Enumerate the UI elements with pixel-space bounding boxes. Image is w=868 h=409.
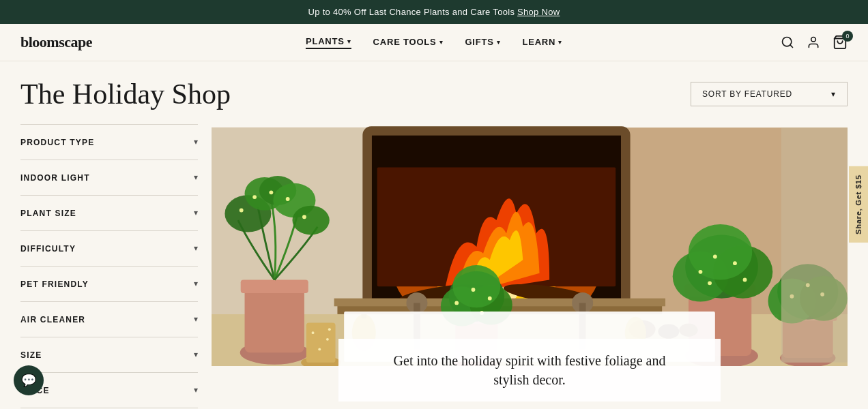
main-content: PRODUCT TYPE ▾ INDOOR LIGHT ▾ PLANT SIZE… [20, 124, 848, 408]
nav-care-tools[interactable]: CARE TOOLS ▾ [373, 37, 444, 48]
chat-icon: 💬 [21, 373, 36, 388]
shop-now-link[interactable]: Shop Now [517, 7, 560, 17]
svg-point-55 [733, 261, 737, 265]
account-icon[interactable] [807, 35, 820, 49]
hero-area: Get into the holiday spirit with festive… [212, 124, 848, 408]
filter-product-type[interactable]: PRODUCT TYPE ▾ [20, 124, 198, 160]
gifts-chevron-icon: ▾ [497, 39, 501, 46]
filter-size[interactable]: SIZE ▾ [20, 337, 198, 372]
page-title: The Holiday Shop [20, 78, 231, 110]
svg-point-77 [318, 348, 321, 350]
nav-plants[interactable]: PLANTS ▾ [306, 36, 351, 49]
caption-line1: Get into the holiday spirit with festive… [358, 351, 701, 370]
size-chevron-icon: ▾ [194, 350, 198, 360]
plant-size-chevron-icon: ▾ [194, 208, 198, 218]
svg-point-34 [302, 215, 306, 219]
filter-indoor-light[interactable]: INDOOR LIGHT ▾ [20, 160, 198, 195]
nav-learn[interactable]: LEARN ▾ [522, 37, 562, 48]
svg-point-56 [743, 278, 747, 282]
nav-gifts[interactable]: GIFTS ▾ [465, 37, 500, 48]
pet-friendly-chevron-icon: ▾ [194, 279, 198, 289]
svg-point-43 [472, 288, 476, 292]
sort-label: SORT BY FEATURED [702, 89, 792, 99]
sort-dropdown[interactable]: SORT BY FEATURED ▾ [691, 82, 848, 106]
indoor-light-chevron-icon: ▾ [194, 172, 198, 183]
filter-air-cleaner[interactable]: AIR CLEANER ▾ [20, 301, 198, 337]
filter-pet-friendly[interactable]: PET FRIENDLY ▾ [20, 266, 198, 301]
cart-icon[interactable]: 0 [833, 35, 848, 50]
air-cleaner-chevron-icon: ▾ [194, 314, 198, 324]
svg-point-44 [488, 297, 492, 301]
banner-text: Up to 40% Off Last Chance Plants and Car… [308, 7, 518, 17]
filter-price[interactable]: PRICE ▾ [20, 372, 198, 408]
difficulty-chevron-icon: ▾ [194, 243, 198, 254]
hero-image [212, 124, 848, 366]
share-tab[interactable]: Share, Get $15 [849, 166, 868, 243]
chat-button[interactable]: 💬 [14, 365, 44, 395]
svg-point-41 [452, 265, 500, 307]
page-container: The Holiday Shop SORT BY FEATURED ▾ PROD… [0, 61, 868, 408]
svg-point-57 [708, 281, 712, 285]
svg-point-53 [699, 270, 703, 274]
filter-plant-size[interactable]: PLANT SIZE ▾ [20, 195, 198, 230]
svg-rect-74 [306, 323, 336, 363]
svg-point-32 [269, 190, 273, 194]
page-header-row: The Holiday Shop SORT BY FEATURED ▾ [20, 61, 848, 124]
learn-chevron-icon: ▾ [558, 39, 562, 46]
logo[interactable]: bloomscape [20, 33, 92, 51]
svg-point-78 [328, 328, 331, 331]
svg-point-75 [312, 331, 315, 334]
svg-point-30 [240, 209, 244, 213]
svg-point-54 [713, 255, 717, 259]
plants-chevron-icon: ▾ [347, 38, 351, 45]
svg-rect-24 [241, 279, 308, 292]
price-chevron-icon: ▾ [194, 385, 198, 395]
promo-banner: Up to 40% Off Last Chance Plants and Car… [0, 0, 868, 24]
care-tools-chevron-icon: ▾ [439, 39, 444, 46]
header: bloomscape PLANTS ▾ CARE TOOLS ▾ GIFTS ▾… [0, 24, 868, 61]
svg-line-1 [790, 45, 793, 48]
main-nav: PLANTS ▾ CARE TOOLS ▾ GIFTS ▾ LEARN ▾ [306, 36, 562, 49]
hero-caption: Get into the holiday spirit with festive… [338, 339, 721, 402]
header-icons: 0 [781, 35, 848, 50]
product-type-chevron-icon: ▾ [194, 137, 198, 147]
svg-point-76 [326, 338, 329, 341]
caption-line2: stylish decor. [358, 370, 701, 389]
svg-point-42 [454, 301, 459, 305]
svg-rect-23 [245, 286, 304, 352]
svg-point-29 [292, 206, 329, 235]
svg-point-52 [689, 224, 752, 280]
svg-rect-79 [781, 127, 848, 363]
svg-point-31 [252, 195, 257, 199]
sort-chevron-icon: ▾ [831, 89, 836, 99]
svg-point-33 [286, 197, 290, 201]
filter-difficulty[interactable]: DIFFICULTY ▾ [20, 230, 198, 266]
filters-sidebar: PRODUCT TYPE ▾ INDOOR LIGHT ▾ PLANT SIZE… [20, 124, 212, 408]
svg-point-2 [811, 37, 816, 42]
search-icon[interactable] [781, 35, 794, 49]
